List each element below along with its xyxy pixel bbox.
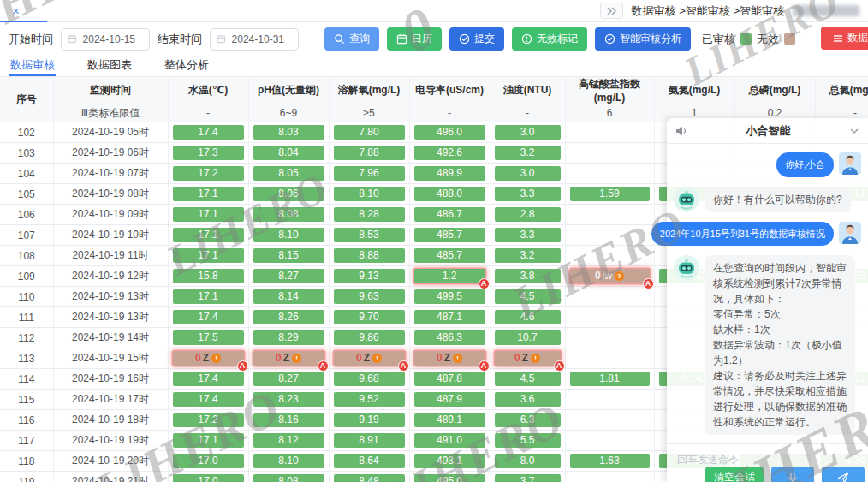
value-pill[interactable]: 3.2 [495, 248, 561, 263]
data-cell[interactable]: 8.48 [329, 472, 409, 482]
value-pill[interactable]: 493.1 [414, 454, 485, 468]
data-cell[interactable]: 1.2A [409, 266, 490, 287]
data-cell[interactable]: 4.6 [490, 307, 565, 328]
value-pill[interactable]: 8.27 [253, 269, 324, 283]
value-pill[interactable]: 485.7 [414, 228, 485, 242]
data-cell[interactable]: 8.26 [248, 307, 329, 328]
value-pill[interactable]: 8.53 [334, 228, 405, 242]
data-cell[interactable]: 6.3 [490, 410, 565, 431]
data-cell[interactable]: 486.3 [409, 328, 490, 348]
value-pill[interactable]: 491.0 [414, 433, 485, 448]
value-pill[interactable]: 8.48 [334, 474, 405, 482]
data-verify-button[interactable]: 数据核实 [821, 27, 868, 50]
data-cell[interactable]: 8.23 [248, 390, 329, 410]
send-button[interactable] [822, 467, 865, 482]
data-cell[interactable]: 3.3 [490, 184, 565, 205]
clear-session-button[interactable]: 清空会话 [705, 467, 764, 482]
data-cell[interactable]: 492.6 [409, 143, 490, 164]
value-pill[interactable]: 8.29 [253, 330, 324, 345]
data-cell[interactable]: 17.1 [168, 431, 248, 451]
data-cell[interactable]: 8.91 [329, 431, 409, 451]
data-cell[interactable]: 8.29 [248, 328, 329, 348]
chat-input[interactable] [675, 453, 859, 467]
value-pill[interactable]: 8.16 [253, 413, 324, 427]
value-pill[interactable]: 17.1 [173, 187, 244, 201]
value-pill[interactable]: 3.2 [495, 146, 561, 160]
data-cell[interactable]: 9.63 [329, 287, 409, 307]
data-cell[interactable]: 495.0 [409, 472, 490, 482]
data-cell[interactable]: 4.5 [490, 287, 565, 307]
value-pill[interactable]: 17.4 [173, 392, 244, 407]
value-pill[interactable]: 0Z!A [495, 351, 561, 366]
data-cell[interactable]: 3.3 [490, 225, 565, 246]
tab-overall-analysis[interactable]: 整体分析 [163, 53, 211, 76]
data-cell[interactable]: 0lw?A [565, 266, 654, 287]
value-pill[interactable]: 17.2 [173, 166, 244, 181]
data-cell[interactable]: 8.28 [329, 205, 409, 225]
value-pill[interactable]: 8.26 [253, 310, 324, 324]
data-cell[interactable]: 8.08 [248, 472, 329, 482]
value-pill[interactable]: 8.08 [253, 474, 324, 482]
data-cell[interactable]: 9.19 [329, 410, 409, 431]
value-pill[interactable]: 17.4 [173, 372, 244, 386]
value-pill[interactable]: 4.5 [495, 372, 561, 386]
value-pill[interactable]: 1.59 [570, 187, 650, 201]
data-cell[interactable]: 8.05 [248, 164, 329, 184]
value-pill[interactable]: 8.23 [253, 392, 324, 407]
value-pill[interactable]: 0Z!A [334, 351, 405, 366]
value-pill[interactable]: 486.7 [414, 207, 485, 222]
data-cell[interactable]: 3.7 [490, 472, 565, 482]
invalid-mark-button[interactable]: 无效标记 [512, 27, 587, 51]
data-cell[interactable]: 10.7 [490, 328, 565, 348]
data-cell[interactable]: 499.5 [409, 287, 490, 307]
data-cell[interactable]: 17.4 [168, 122, 248, 143]
data-cell[interactable]: 8.53 [329, 225, 409, 246]
start-date-value[interactable] [81, 33, 143, 46]
value-pill[interactable]: 9.19 [334, 413, 405, 427]
end-date-value[interactable] [230, 33, 292, 46]
data-cell[interactable]: 8.16 [248, 410, 329, 431]
value-pill[interactable]: 17.1 [173, 228, 244, 242]
data-cell[interactable]: 1.59 [565, 184, 654, 205]
data-cell[interactable]: 3.6 [490, 390, 565, 410]
data-cell[interactable]: 8.12 [248, 431, 329, 451]
data-cell[interactable]: 3.0 [490, 122, 565, 143]
data-cell[interactable]: 17.3 [168, 143, 248, 164]
data-cell[interactable]: 2.8 [490, 205, 565, 225]
data-cell[interactable]: 0Z!A [409, 348, 490, 369]
value-pill[interactable]: 9.86 [334, 330, 405, 345]
close-icon[interactable]: × [12, 4, 20, 17]
value-pill[interactable]: 17.5 [173, 330, 244, 345]
value-pill[interactable]: 8.27 [253, 372, 324, 386]
value-pill[interactable]: 17.1 [173, 289, 244, 304]
data-cell[interactable]: 8.08 [248, 205, 329, 225]
value-pill[interactable]: 10.7 [495, 330, 561, 345]
start-date-input[interactable] [61, 28, 150, 51]
data-cell[interactable]: 17.1 [168, 184, 248, 205]
data-cell[interactable]: 17.2 [168, 410, 248, 431]
value-pill[interactable]: 7.80 [334, 125, 405, 140]
value-pill[interactable]: 4.5 [495, 289, 561, 304]
value-pill[interactable]: 3.8 [495, 269, 561, 283]
value-pill[interactable]: 17.4 [173, 125, 244, 140]
data-cell[interactable]: 9.86 [329, 328, 409, 348]
value-pill[interactable]: 5.5 [495, 433, 561, 448]
data-cell[interactable]: 17.0 [168, 472, 248, 482]
value-pill[interactable]: 8.10 [253, 228, 324, 242]
data-cell[interactable]: 0Z!A [329, 348, 409, 369]
value-pill[interactable]: 489.9 [414, 166, 485, 181]
value-pill[interactable]: 3.3 [495, 228, 561, 242]
data-cell[interactable]: 0Z!A [168, 348, 248, 369]
data-cell[interactable]: 7.80 [329, 122, 409, 143]
data-cell[interactable]: 9.68 [329, 369, 409, 390]
value-pill[interactable]: 8.08 [253, 207, 324, 222]
value-pill[interactable]: 8.12 [253, 433, 324, 448]
value-pill[interactable]: 489.1 [414, 413, 485, 427]
data-cell[interactable]: 8.10 [329, 184, 409, 205]
data-cell[interactable]: 17.4 [168, 369, 248, 390]
value-pill[interactable]: 8.10 [334, 187, 405, 201]
value-pill[interactable]: 0Z!A [173, 351, 244, 366]
value-pill[interactable]: 492.6 [414, 146, 485, 160]
data-cell[interactable]: 17.4 [168, 390, 248, 410]
data-cell[interactable]: 0Z!A [490, 348, 565, 369]
